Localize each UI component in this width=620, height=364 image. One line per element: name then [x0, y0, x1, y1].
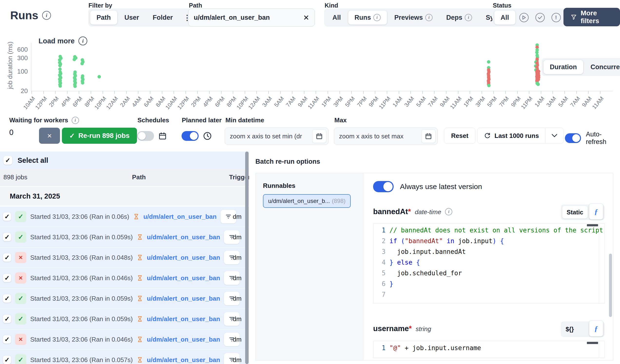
job-checkbox[interactable]: ✓: [3, 335, 11, 344]
kind-runs-info-icon[interactable]: i: [373, 14, 381, 21]
job-path-link[interactable]: u/dm/alert_on_user_ban: [147, 336, 220, 343]
min-calendar-button[interactable]: [312, 129, 326, 143]
editor-hscrollbar[interactable]: [587, 224, 598, 226]
status-failure-tab[interactable]: !: [549, 11, 564, 25]
job-checkbox[interactable]: ✓: [3, 212, 11, 221]
filter-by-user-tab[interactable]: User: [118, 11, 145, 25]
hourglass-icon: [137, 295, 143, 302]
job-path-link[interactable]: u/dm/alert_on_user_ban: [147, 315, 220, 323]
concurrency-tab[interactable]: Concurrency: [584, 60, 620, 74]
filter-by-folder-tab[interactable]: Folder: [146, 11, 179, 25]
job-row[interactable]: ✓ ✓ Started 31/03, 23:06 (Ran in 0.059s)…: [0, 227, 249, 247]
rerun-jobs-button[interactable]: ✓ Re-run 898 jobs: [62, 128, 137, 144]
job-start-text: Started 31/03, 23:06 (Ran in 0.059s): [30, 233, 133, 241]
list-scrollbar[interactable]: [245, 152, 248, 364]
status-badge: ✓: [15, 293, 26, 304]
job-checkbox[interactable]: ✓: [3, 253, 11, 262]
duration-tab[interactable]: Duration: [543, 60, 583, 74]
x-axis-tick-mark: [316, 91, 316, 94]
x-axis-tick-mark: [268, 91, 269, 94]
job-row[interactable]: ✓ × Started 31/03, 23:06 (Ran in 0.046s)…: [0, 329, 249, 350]
runnable-item[interactable]: u/dm/alert_on_user_b... (898): [263, 194, 351, 208]
job-path-link[interactable]: u/dm/alert_on_user_ban: [147, 233, 220, 241]
path-filter-input[interactable]: u/dm/alert_on_user_ban ✕: [188, 9, 315, 27]
chart-plot-area[interactable]: [31, 43, 613, 91]
bannedat-info-icon[interactable]: i: [445, 208, 452, 215]
job-row[interactable]: ✓ × Started 31/03, 23:06 (Ran in 0.048s)…: [0, 247, 249, 268]
job-checkbox[interactable]: ✓: [3, 315, 11, 323]
job-row[interactable]: ✓ ✓ Started 31/03, 23:06 (Ran in 0.059s)…: [0, 288, 249, 309]
jobs-count-label: 898 jobs: [3, 173, 27, 181]
job-row[interactable]: ✓ × Started 31/03, 23:06 (Ran in 0.046s)…: [0, 268, 249, 288]
x-axis-tick-mark: [340, 91, 340, 94]
auto-refresh-toggle[interactable]: [565, 133, 581, 143]
status-running-tab[interactable]: [516, 11, 531, 25]
scatter-point: [80, 62, 84, 65]
bannedat-code-editor[interactable]: 1// bannedAt does not exist on all versi…: [373, 223, 605, 303]
status-all-tab[interactable]: All: [494, 11, 515, 25]
job-path-link[interactable]: u/dm/alert_on_user_ban: [143, 213, 217, 221]
template-mode-button[interactable]: ${}: [562, 326, 577, 333]
panel-scrollbar[interactable]: [609, 254, 612, 317]
last-runs-main[interactable]: Last 1000 runs: [478, 132, 545, 140]
runs-page: Runs i Filter by Path User Folder ⋮ Path…: [0, 0, 620, 364]
select-all-checkbox[interactable]: ✓: [3, 156, 12, 165]
scatter-point: [536, 83, 540, 86]
page-title: Runs i: [10, 9, 51, 22]
line-number: 3: [373, 246, 389, 257]
job-path-link[interactable]: u/dm/alert_on_user_ban: [147, 274, 220, 282]
scatter-point: [73, 58, 76, 61]
cancel-selection-button[interactable]: ×: [39, 128, 60, 144]
job-path-link[interactable]: u/dm/alert_on_user_ban: [147, 254, 220, 261]
max-calendar-button[interactable]: [421, 129, 435, 143]
status-success-tab[interactable]: [532, 11, 548, 25]
job-checkbox[interactable]: ✓: [3, 356, 11, 364]
x-axis-tick-mark: [43, 91, 44, 94]
job-checkbox[interactable]: ✓: [3, 274, 11, 282]
last-runs-dropdown-button[interactable]: [545, 134, 563, 138]
reset-button[interactable]: Reset: [444, 128, 476, 144]
function-mode-button[interactable]: ƒ: [589, 320, 603, 336]
x-axis-tick-mark: [327, 91, 328, 94]
job-checkbox[interactable]: ✓: [3, 294, 11, 303]
runnable-item-count: (898): [332, 197, 346, 204]
kind-all-tab[interactable]: All: [326, 11, 347, 25]
toggle-knob: [383, 182, 393, 191]
kind-deps-info-icon[interactable]: i: [465, 14, 472, 21]
bannedat-mode-pill: Static ƒ: [561, 204, 605, 220]
filter-by-path-tab[interactable]: Path: [90, 11, 117, 25]
trigger-cell: dm: [233, 295, 242, 302]
job-row[interactable]: ✓ ✓ Started 31/03, 23:06 (Ran in 0.059s)…: [0, 309, 249, 329]
function-mode-button[interactable]: ƒ: [589, 203, 603, 220]
job-path-link[interactable]: u/dm/alert_on_user_ban: [147, 356, 220, 364]
editor-hscrollbar[interactable]: [587, 342, 598, 344]
schedules-toggle[interactable]: [137, 131, 154, 141]
job-row[interactable]: ✓ ✓ Started 31/03, 23:06 (Ran in 0.06s) …: [0, 207, 249, 227]
kind-previews-tab[interactable]: Previews i: [388, 11, 439, 25]
username-code-editor[interactable]: 1"@" + job.input.username: [373, 341, 605, 358]
path-clear-icon[interactable]: ✕: [303, 13, 309, 22]
job-row[interactable]: ✓ ✓ Started 31/03, 23:06 (Ran in 0.057s)…: [0, 350, 249, 364]
auto-refresh-label: Auto-refresh: [586, 131, 620, 146]
status-badge: ✓: [15, 313, 26, 325]
required-asterisk: *: [409, 324, 412, 333]
x-axis-tick-mark: [79, 91, 79, 94]
status-segmented: All !: [492, 9, 566, 27]
last-runs-button[interactable]: Last 1000 runs: [477, 128, 564, 144]
runs-info-icon[interactable]: i: [42, 11, 51, 20]
code-line: 1// bannedAt does not exist on all versi…: [373, 225, 604, 236]
job-checkbox[interactable]: ✓: [3, 233, 11, 241]
static-mode-button[interactable]: Static: [562, 206, 588, 219]
x-axis-tick-mark: [399, 91, 399, 94]
play-icon: [519, 13, 529, 22]
kind-runs-tab[interactable]: Runs i: [348, 11, 387, 25]
min-datetime-input[interactable]: zoom x axis to set min (dr: [225, 128, 328, 145]
more-filters-button[interactable]: More filters: [563, 8, 620, 26]
job-path-link[interactable]: u/dm/alert_on_user_ban: [147, 295, 220, 302]
latest-version-toggle[interactable]: [373, 181, 394, 192]
max-datetime-input[interactable]: zoom x axis to set max: [334, 128, 438, 145]
waiting-workers-info-icon[interactable]: i: [72, 117, 79, 124]
kind-previews-info-icon[interactable]: i: [425, 14, 433, 21]
kind-deps-tab[interactable]: Deps i: [440, 11, 478, 25]
planned-later-toggle[interactable]: [182, 131, 199, 141]
